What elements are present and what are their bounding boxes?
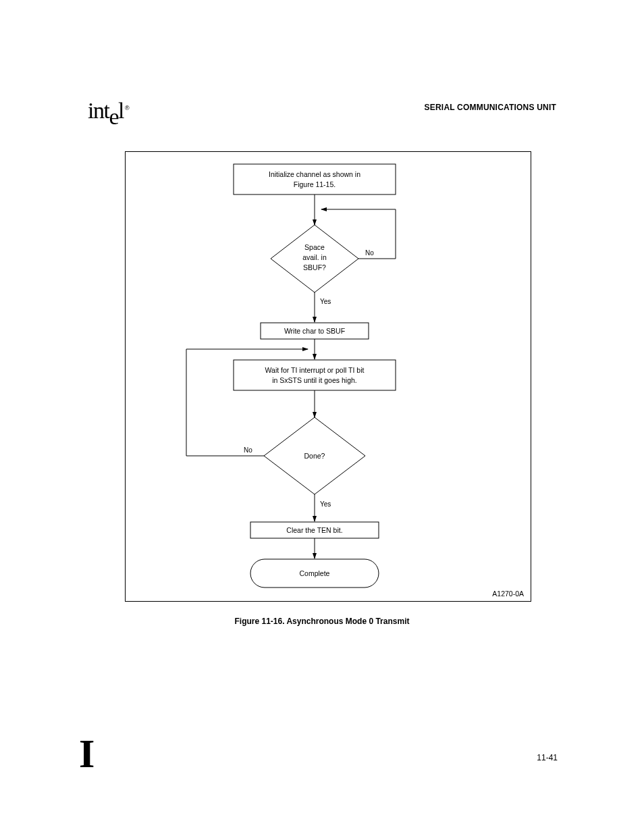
brand-logo: intel® [88, 98, 128, 124]
step-wait-ti [234, 360, 396, 390]
registered-icon: ® [125, 105, 128, 111]
decision1-no-label: No [365, 249, 374, 257]
page-number: 11-41 [537, 753, 558, 762]
decision2-no-label: No [244, 446, 252, 454]
decision-sbuf-line3: SBUF? [303, 263, 326, 271]
step-initialize-line2: Figure 11-15. [294, 180, 336, 188]
flowchart-frame: Initialize channel as shown in Figure 11… [125, 151, 531, 602]
step-initialize-line1: Initialize channel as shown in [269, 170, 360, 178]
header-title: SERIAL COMMUNICATIONS UNIT [425, 103, 556, 112]
step-wait-ti-line2: in SxSTS until it goes high. [272, 376, 356, 384]
logo-part1: int [88, 98, 109, 123]
decision1-yes-label: Yes [320, 298, 331, 305]
footer-mark: I [79, 731, 95, 777]
decision-done-label: Done? [304, 452, 325, 460]
step-clear-ten-label: Clear the TEN bit. [286, 526, 342, 534]
logo-e: e [109, 104, 118, 130]
logo-part2: l [118, 98, 124, 123]
terminator-complete-label: Complete [300, 569, 330, 577]
decision2-yes-label: Yes [320, 500, 331, 508]
diagram-code: A1270-0A [492, 590, 524, 598]
step-initialize [234, 164, 396, 194]
step-write-char-label: Write char to SBUF [284, 327, 345, 335]
decision-sbuf-line2: avail. in [302, 253, 327, 261]
figure-caption: Figure 11-16. Asynchronous Mode 0 Transm… [0, 617, 644, 626]
decision-sbuf-line1: Space [304, 243, 325, 251]
flowchart: Initialize channel as shown in Figure 11… [126, 152, 531, 601]
step-wait-ti-line1: Wait for TI interrupt or poll TI bit [265, 366, 365, 374]
